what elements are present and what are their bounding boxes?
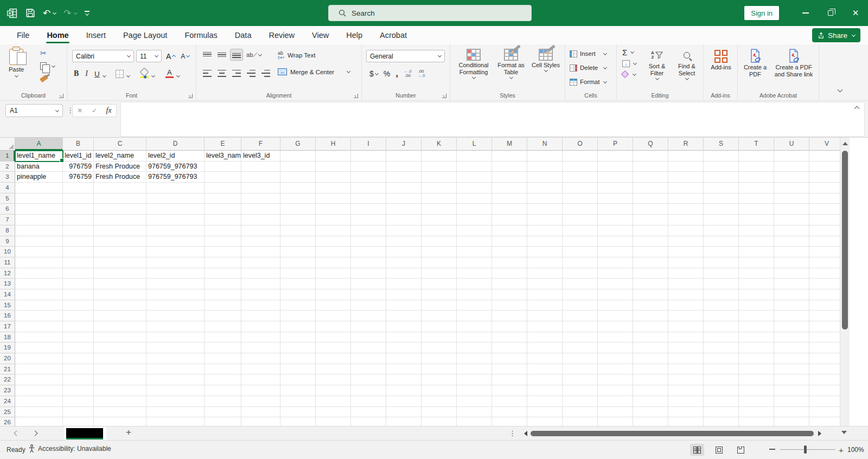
cell-A13[interactable] [15,279,63,289]
column-header-R[interactable]: R [668,138,704,151]
cell-J12[interactable] [386,268,422,279]
cell-G2[interactable] [280,161,316,172]
cell-J5[interactable] [386,193,422,204]
cell-M24[interactable] [492,396,527,407]
accounting-format-button[interactable]: $ [369,69,378,78]
cell-V26[interactable] [809,417,840,426]
cell-H14[interactable] [316,289,351,300]
vertical-scrollbar[interactable] [840,138,850,426]
cell-U4[interactable] [774,183,809,193]
cell-F24[interactable] [241,396,280,407]
cell-T9[interactable] [739,236,774,247]
cell-R17[interactable] [668,321,704,332]
cell-P2[interactable] [598,161,633,172]
cell-E13[interactable] [205,279,241,289]
cell-N13[interactable] [527,279,563,289]
cell-G7[interactable] [280,215,316,225]
cell-L3[interactable] [457,172,492,183]
increase-indent-button[interactable] [259,67,272,79]
cell-V7[interactable] [809,215,840,225]
cell-G18[interactable] [280,332,316,343]
cell-F5[interactable] [241,193,280,204]
cell-G1[interactable] [280,151,316,161]
cell-F4[interactable] [241,183,280,193]
cell-V14[interactable] [809,289,840,300]
cell-A3[interactable]: pineapple [15,172,63,183]
cell-G15[interactable] [280,300,316,311]
cell-T3[interactable] [739,172,774,183]
cell-Q13[interactable] [633,279,668,289]
cell-S1[interactable] [704,151,739,161]
cell-Q4[interactable] [633,183,668,193]
cell-Q2[interactable] [633,161,668,172]
cell-B21[interactable] [63,364,94,375]
addins-button[interactable]: Add-ins [710,50,732,71]
cell-D14[interactable] [146,289,205,300]
cell-R15[interactable] [668,300,704,311]
cell-H12[interactable] [316,268,351,279]
cell-V3[interactable] [809,172,840,183]
cell-J7[interactable] [386,215,422,225]
cell-E2[interactable] [205,161,241,172]
cell-styles-button[interactable]: Cell Styles [531,49,561,72]
fill-button[interactable]: ↓ [622,60,636,67]
cell-U16[interactable] [774,311,809,321]
alignment-dialog-launcher-icon[interactable] [354,94,358,98]
cell-E15[interactable] [205,300,241,311]
cell-Q6[interactable] [633,204,668,215]
cell-Q23[interactable] [633,385,668,396]
cell-P18[interactable] [598,332,633,343]
cell-D8[interactable] [146,225,205,236]
cell-K21[interactable] [422,364,457,375]
cell-M23[interactable] [492,385,527,396]
cell-T15[interactable] [739,300,774,311]
cell-B8[interactable] [63,225,94,236]
fill-color-button[interactable] [141,69,149,78]
cell-V15[interactable] [809,300,840,311]
cell-B7[interactable] [63,215,94,225]
cell-U7[interactable] [774,215,809,225]
cell-N5[interactable] [527,193,563,204]
cell-G12[interactable] [280,268,316,279]
ribbon-tab-page-layout[interactable]: Page Layout [116,27,174,44]
cell-S2[interactable] [704,161,739,172]
number-dialog-launcher-icon[interactable] [442,94,446,98]
cell-L9[interactable] [457,236,492,247]
row-header-20[interactable]: 20 [0,353,15,364]
cell-F12[interactable] [241,268,280,279]
cell-H10[interactable] [316,247,351,257]
cell-T25[interactable] [739,407,774,418]
cell-T10[interactable] [739,247,774,257]
ribbon-tab-view[interactable]: View [305,27,336,44]
row-header-26[interactable]: 26 [0,417,15,426]
cell-T24[interactable] [739,396,774,407]
cell-L14[interactable] [457,289,492,300]
cell-M10[interactable] [492,247,527,257]
zoom-slider-track[interactable] [780,449,835,450]
cell-N21[interactable] [527,364,563,375]
cell-H7[interactable] [316,215,351,225]
cell-Q26[interactable] [633,417,668,426]
cell-V21[interactable] [809,364,840,375]
ribbon-tab-review[interactable]: Review [261,27,302,44]
cell-E20[interactable] [205,353,241,364]
cell-O22[interactable] [563,374,598,385]
formula-bar-expand-icon[interactable] [854,106,860,112]
row-header-19[interactable]: 19 [0,342,15,353]
ribbon-tab-insert[interactable]: Insert [79,27,113,44]
cell-R24[interactable] [668,396,704,407]
cell-G17[interactable] [280,321,316,332]
cell-D11[interactable] [146,257,205,268]
accessibility-status[interactable]: Accessibility: Unavailable [28,444,111,453]
cell-O7[interactable] [563,215,598,225]
cell-C25[interactable] [94,407,146,418]
cell-O26[interactable] [563,417,598,426]
cell-V8[interactable] [809,225,840,236]
cell-B5[interactable] [63,193,94,204]
cell-K1[interactable] [422,151,457,161]
cell-A18[interactable] [15,332,63,343]
cell-B23[interactable] [63,385,94,396]
cell-S24[interactable] [704,396,739,407]
cell-G25[interactable] [280,407,316,418]
cell-O6[interactable] [563,204,598,215]
